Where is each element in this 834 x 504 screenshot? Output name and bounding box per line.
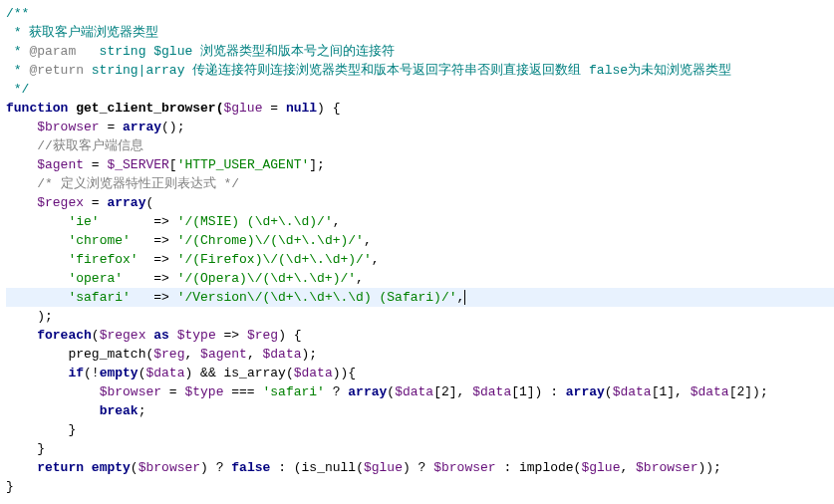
l-break: break; [6,401,834,420]
doc-return: * @return string|array 传递连接符则连接浏览器类型和版本号… [6,61,834,80]
l-arrclose: ); [6,307,834,326]
l-assign: $browser = $type === 'safari' ? array($d… [6,382,834,401]
l-com2: /* 定义浏览器特性正则表达式 */ [6,174,834,193]
doc-desc: * 获取客户端浏览器类型 [6,23,834,42]
doc-close: */ [6,80,834,99]
l-com1: //获取客户端信息 [6,136,834,155]
row-firefox: 'firefox' => '/(Firefox)\/(\d+\.\d+)/', [6,250,834,269]
l-if: if(!empty($data) && is_array($data)){ [6,364,834,382]
l-browser: $browser = array(); [6,118,834,136]
text-cursor [464,290,465,305]
l-end: } [6,477,834,496]
l-pregmatch: preg_match($reg, $agent, $data); [6,345,834,364]
fn-sig: function get_client_browser($glue = null… [6,99,834,118]
row-chrome: 'chrome' => '/(Chrome)\/(\d+\.\d+)/', [6,231,834,250]
row-opera: 'opera' => '/(Opera)\/(\d+\.\d+)/', [6,269,834,288]
code-block: /** * 获取客户端浏览器类型 * @param string $glue 浏… [6,4,834,496]
l-return: return empty($browser) ? false : (is_nul… [6,458,834,477]
doc-param: * @param string $glue 浏览器类型和版本号之间的连接符 [6,42,834,61]
row-ie: 'ie' => '/(MSIE) (\d+\.\d)/', [6,212,834,231]
row-safari: 'safari' => '/Version\/(\d+\.\d+\.\d) (S… [6,288,834,307]
l-regex: $regex = array( [6,193,834,212]
doc-open: /** [6,4,834,23]
l-foreach: foreach($regex as $type => $reg) { [6,326,834,345]
l-cb2: } [6,439,834,458]
l-cb1: } [6,420,834,439]
l-agent: $agent = $_SERVER['HTTP_USER_AGENT']; [6,155,834,174]
